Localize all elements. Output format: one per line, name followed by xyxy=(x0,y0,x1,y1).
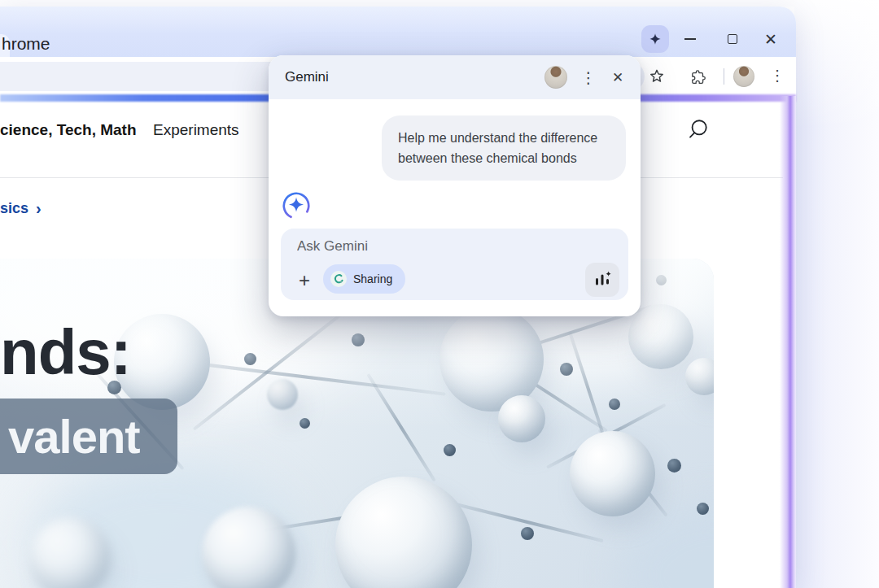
site-search-button[interactable] xyxy=(685,118,710,146)
gemini-title: Gemini xyxy=(285,69,544,85)
nav-item-experiments[interactable]: Experiments xyxy=(153,121,239,139)
shared-tab-icon xyxy=(330,271,347,287)
gemini-close-button[interactable]: ✕ xyxy=(610,69,626,86)
minimize-icon xyxy=(684,38,696,40)
toolbar-divider xyxy=(724,68,724,85)
voice-input-button[interactable] xyxy=(585,263,619,297)
star-icon xyxy=(648,68,666,85)
maximize-button[interactable] xyxy=(720,27,745,51)
profile-avatar[interactable] xyxy=(733,66,754,87)
gemini-profile-avatar[interactable] xyxy=(544,66,567,89)
ask-gemini-input[interactable] xyxy=(295,237,605,255)
waveform-sparkle-icon xyxy=(593,270,612,290)
maximize-icon xyxy=(728,34,737,44)
nav-item-science-tech-math[interactable]: cience, Tech, Math xyxy=(0,121,137,139)
breadcrumb-link[interactable]: sics › xyxy=(0,199,42,218)
backdrop-gradient xyxy=(794,0,879,588)
search-icon xyxy=(685,118,710,142)
chevron-right-icon: › xyxy=(36,199,42,218)
breadcrumb-label: sics xyxy=(0,200,28,217)
screenshot-stage: hrome ✕ xyxy=(0,0,879,588)
user-message-bubble: Help me understand the difference betwee… xyxy=(382,115,626,181)
backdrop-top xyxy=(0,0,796,7)
minimize-button[interactable] xyxy=(678,27,702,51)
gemini-thinking-spinner xyxy=(281,190,312,221)
window-close-button[interactable]: ✕ xyxy=(759,27,783,51)
tab-strip: hrome ✕ xyxy=(0,7,796,57)
gemini-glow-right xyxy=(780,96,796,588)
hero-badge-text: valent xyxy=(8,409,140,464)
gemini-panel: Gemini ⋮ ✕ Help me understand the differ… xyxy=(269,55,641,316)
sharing-chip[interactable]: Sharing xyxy=(323,264,405,294)
puzzle-icon xyxy=(690,68,707,85)
sharing-chip-label: Sharing xyxy=(353,272,392,285)
add-attachment-button[interactable]: + xyxy=(294,271,315,292)
gemini-menu-button[interactable]: ⋮ xyxy=(580,68,597,87)
tab-title[interactable]: hrome xyxy=(2,34,50,54)
gemini-input-box[interactable]: + Sharing xyxy=(281,229,628,300)
gemini-sparkle-button[interactable] xyxy=(641,25,669,53)
browser-menu-button[interactable]: ⋮ xyxy=(770,67,785,85)
sparkle-icon xyxy=(649,33,662,46)
gemini-header: Gemini ⋮ ✕ xyxy=(269,55,641,99)
bookmark-star-button[interactable] xyxy=(648,68,666,89)
hero-highlight-box: valent xyxy=(0,399,177,474)
extensions-button[interactable] xyxy=(690,68,707,89)
hero-title-fragment: nds: xyxy=(0,316,131,390)
